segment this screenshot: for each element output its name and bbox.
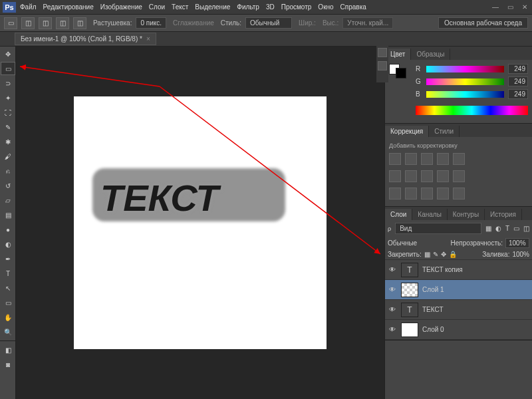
menu-layers[interactable]: Слои — [149, 3, 165, 11]
path-tool[interactable]: ↖ — [1, 281, 15, 295]
heal-tool[interactable]: ✱ — [1, 135, 15, 148]
fill-input[interactable]: 100% — [512, 251, 529, 258]
gradient-tool[interactable]: ▤ — [1, 208, 15, 221]
text-tool[interactable]: T — [1, 267, 15, 280]
layer-name[interactable]: Слой 1 — [422, 286, 444, 293]
tab-swatches[interactable]: Образцы — [411, 49, 450, 60]
tab-paths[interactable]: Контуры — [448, 209, 485, 220]
filter-kind-select[interactable]: Вид — [395, 223, 481, 234]
r-value[interactable]: 249 — [508, 64, 528, 74]
b-slider[interactable] — [426, 91, 504, 98]
tool-preset-icon[interactable]: ▭ — [4, 17, 17, 29]
filter-shape-icon[interactable]: ▭ — [513, 225, 519, 232]
shape-tool[interactable]: ▭ — [1, 296, 15, 309]
adj-bw-icon[interactable] — [405, 170, 417, 182]
eyedropper-tool[interactable]: ✎ — [1, 120, 15, 134]
lock-pixel-icon[interactable]: ✎ — [433, 251, 438, 258]
adj-brightness-icon[interactable] — [389, 153, 401, 165]
menu-edit[interactable]: Редактирование — [43, 3, 94, 11]
marquee-int-icon[interactable]: ◫ — [73, 17, 86, 29]
adj-mixer-icon[interactable] — [437, 170, 449, 182]
canvas-area[interactable]: ТЕКСТ — [16, 47, 384, 399]
adj-gradient-icon[interactable] — [437, 188, 449, 200]
lasso-tool[interactable]: ⊃ — [1, 76, 15, 90]
brush-tool[interactable]: 🖌 — [1, 150, 15, 163]
filter-adj-icon[interactable]: ◐ — [495, 225, 501, 232]
menu-window[interactable]: Окно — [318, 3, 333, 11]
crop-tool[interactable]: ⛶ — [1, 106, 15, 119]
filter-text-icon[interactable]: T — [505, 225, 509, 232]
menu-text[interactable]: Текст — [172, 3, 188, 11]
stamp-tool[interactable]: ⎌ — [1, 164, 15, 178]
adj-vibrance-icon[interactable] — [453, 153, 465, 165]
tab-corrections[interactable]: Коррекция — [385, 126, 429, 137]
tab-channels[interactable]: Каналы — [412, 209, 448, 220]
adj-photo-icon[interactable] — [421, 170, 433, 182]
tab-layers[interactable]: Слои — [385, 209, 412, 220]
marquee-sub-icon[interactable]: ◫ — [56, 17, 69, 29]
properties-icon[interactable] — [378, 61, 387, 70]
visibility-icon[interactable]: 👁 — [388, 265, 397, 275]
wand-tool[interactable]: ✦ — [1, 91, 15, 104]
layer-name[interactable]: ТЕКСТ копия — [422, 266, 463, 273]
visibility-icon[interactable]: 👁 — [388, 325, 397, 334]
menu-help[interactable]: Справка — [340, 3, 366, 11]
tab-color[interactable]: Цвет — [385, 49, 411, 60]
r-slider[interactable] — [426, 66, 504, 72]
pen-tool[interactable]: ✒ — [1, 252, 15, 265]
lock-trans-icon[interactable]: ▦ — [424, 251, 430, 258]
tab-close-icon[interactable]: × — [146, 35, 150, 43]
blur-tool[interactable]: ● — [1, 223, 15, 236]
fg-bg-swatch[interactable]: ◧ — [1, 343, 15, 356]
adj-threshold-icon[interactable] — [421, 188, 433, 200]
minimize-icon[interactable]: — — [491, 3, 500, 11]
adj-exposure-icon[interactable] — [437, 153, 449, 165]
layer-row[interactable]: 👁 T ТЕКСТ — [385, 300, 532, 320]
adj-lookup-icon[interactable] — [453, 170, 465, 182]
document-tab[interactable]: Без имени-1 @ 100% (Слой 1, RGB/8) * × — [15, 33, 156, 45]
filter-smart-icon[interactable]: ◫ — [523, 225, 529, 232]
visibility-icon[interactable]: 👁 — [388, 305, 397, 315]
adj-poster-icon[interactable] — [405, 188, 417, 200]
history-brush-tool[interactable]: ↺ — [1, 179, 15, 192]
eraser-tool[interactable]: ▱ — [1, 194, 15, 207]
layer-name[interactable]: Слой 0 — [422, 326, 444, 333]
lock-pos-icon[interactable]: ✥ — [441, 251, 446, 258]
bg-swatch[interactable] — [396, 68, 406, 78]
document-canvas[interactable]: ТЕКСТ — [74, 96, 327, 349]
adj-invert-icon[interactable] — [389, 188, 401, 200]
dodge-tool[interactable]: ◐ — [1, 237, 15, 251]
zoom-tool[interactable]: 🔍 — [1, 325, 15, 338]
tab-styles[interactable]: Стили — [429, 126, 460, 137]
hue-ramp[interactable] — [416, 106, 528, 115]
g-slider[interactable] — [426, 78, 504, 85]
hand-tool[interactable]: ✋ — [1, 311, 15, 324]
layer-row[interactable]: 👁 Слой 1 — [385, 280, 532, 300]
workspace-select[interactable]: Основная рабочая среда — [438, 17, 528, 29]
menu-image[interactable]: Изображение — [100, 3, 142, 11]
menu-view[interactable]: Просмотр — [281, 3, 312, 11]
b-value[interactable]: 249 — [508, 89, 528, 99]
visibility-icon[interactable]: 👁 — [388, 285, 397, 295]
marquee-tool[interactable]: ▭ — [1, 62, 15, 75]
style-select[interactable]: Обычный — [245, 17, 292, 29]
blend-mode-select[interactable]: Обычные — [388, 239, 448, 247]
adj-levels-icon[interactable] — [405, 153, 417, 165]
menu-file[interactable]: Файл — [20, 3, 37, 11]
menu-filter[interactable]: Фильтр — [237, 3, 259, 11]
layer-row[interactable]: 👁 T ТЕКСТ копия — [385, 260, 532, 280]
move-tool[interactable]: ✥ — [1, 47, 15, 61]
tab-history[interactable]: История — [485, 209, 522, 220]
feather-input[interactable]: 0 пикс. — [136, 17, 166, 29]
menu-select[interactable]: Выделение — [195, 3, 230, 11]
menu-3d[interactable]: 3D — [266, 3, 275, 11]
maximize-icon[interactable]: ▭ — [505, 3, 515, 11]
adj-curves-icon[interactable] — [421, 153, 433, 165]
opacity-input[interactable]: 100% — [505, 238, 529, 248]
filter-pixel-icon[interactable]: ▦ — [485, 225, 491, 232]
layer-name[interactable]: ТЕКСТ — [422, 306, 444, 313]
adj-hue-icon[interactable] — [389, 170, 401, 182]
history-icon[interactable] — [378, 48, 387, 57]
layer-row[interactable]: 👁 Слой 0 — [385, 320, 532, 340]
lock-all-icon[interactable]: 🔒 — [449, 251, 457, 258]
